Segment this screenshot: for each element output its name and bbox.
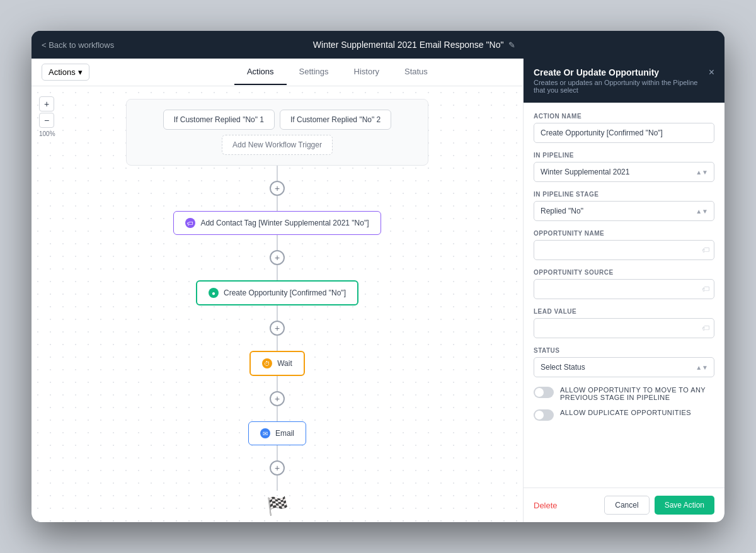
email-action-node[interactable]: ✉ Email xyxy=(248,421,306,445)
status-label: STATUS xyxy=(534,347,714,354)
status-field-group: STATUS Select Status ▲▼ xyxy=(534,347,714,377)
in-pipeline-select-wrapper: Winter Supplemental 2021 ▲▼ xyxy=(534,162,714,182)
zoom-level-label: 100% xyxy=(39,130,55,137)
add-step-button-5[interactable]: + xyxy=(270,460,285,476)
lead-value-label: LEAD VALUE xyxy=(534,308,714,315)
toggle-duplicate-label: ALLOW DUPLICATE OPPORTUNITIES xyxy=(560,409,691,416)
finish-flag: 🏁 xyxy=(266,496,289,516)
connector-2 xyxy=(277,196,278,211)
email-node-icon: ✉ xyxy=(260,428,270,438)
edit-title-icon[interactable]: ✎ xyxy=(508,40,515,50)
tag-node-icon: 🏷 xyxy=(185,218,195,228)
wait-node-icon: ⏱ xyxy=(262,358,272,368)
tag-node-label: Add Contact Tag [Winter Supplemental 202… xyxy=(200,219,369,227)
toggle-duplicate-row: ALLOW DUPLICATE OPPORTUNITIES xyxy=(534,409,714,421)
lead-value-tag-icon: 🏷 xyxy=(702,324,709,333)
tabs-bar: Actions ▾ Actions Settings History Statu… xyxy=(32,59,523,86)
connector-10 xyxy=(277,476,278,491)
opportunity-name-label: OPPORTUNITY NAME xyxy=(534,230,714,237)
opportunity-name-input[interactable] xyxy=(534,240,714,260)
tabs-nav: Actions Settings History Status xyxy=(234,59,440,85)
opportunity-source-label: OPPORTUNITY SOURCE xyxy=(534,269,714,276)
tab-actions[interactable]: Actions xyxy=(234,59,287,85)
add-step-button-3[interactable]: + xyxy=(270,321,285,336)
toggle-previous-stage-row: ALLOW OPPORTUNITY TO MOVE TO ANY PREVIOU… xyxy=(534,386,714,401)
opportunity-source-tag-icon: 🏷 xyxy=(702,285,709,294)
main-area: Actions ▾ Actions Settings History Statu… xyxy=(32,59,724,522)
email-node-label: Email xyxy=(275,429,294,438)
opportunity-node-icon: ● xyxy=(209,288,219,298)
zoom-out-button[interactable]: − xyxy=(39,113,54,128)
opportunity-name-input-wrapper: 🏷 xyxy=(534,240,714,260)
opportunity-node-label: Create Opportunity [Confirmed "No"] xyxy=(224,288,346,297)
toggle-duplicate[interactable] xyxy=(534,409,554,421)
lead-value-input-wrapper: 🏷 xyxy=(534,318,714,338)
status-select[interactable]: Select Status xyxy=(534,357,714,377)
lead-value-field-group: LEAD VALUE 🏷 xyxy=(534,308,714,338)
actions-dropdown-button[interactable]: Actions ▾ xyxy=(42,64,89,81)
trigger-node-2[interactable]: If Customer Replied "No" 2 xyxy=(280,110,391,130)
connector-8 xyxy=(277,406,278,421)
connector-5 xyxy=(277,305,278,321)
opportunity-name-tag-icon: 🏷 xyxy=(702,246,709,254)
opportunity-source-field-group: OPPORTUNITY SOURCE 🏷 xyxy=(534,269,714,299)
action-name-input[interactable] xyxy=(534,123,714,143)
zoom-in-button[interactable]: + xyxy=(39,96,54,111)
action-name-label: ACTION NAME xyxy=(534,113,714,120)
panel-subtitle: Creates or updates an Opportunity within… xyxy=(534,79,709,94)
panel-header: Create Or Update Opportunity Creates or … xyxy=(524,59,724,103)
panel-title: Create Or Update Opportunity xyxy=(534,67,709,77)
opportunity-name-field-group: OPPORTUNITY NAME 🏷 xyxy=(534,230,714,260)
canvas-area: Actions ▾ Actions Settings History Statu… xyxy=(32,59,523,522)
tab-history[interactable]: History xyxy=(341,59,392,85)
connector-4 xyxy=(277,265,278,280)
connector-7 xyxy=(277,376,278,391)
wait-action-node[interactable]: ⏱ Wait xyxy=(249,351,305,376)
in-pipeline-stage-select[interactable]: Replied "No" xyxy=(534,201,714,221)
add-step-button-4[interactable]: + xyxy=(270,391,285,406)
connector-6 xyxy=(277,336,278,351)
tag-action-node[interactable]: 🏷 Add Contact Tag [Winter Supplemental 2… xyxy=(173,211,381,235)
status-select-wrapper: Select Status ▲▼ xyxy=(534,357,714,377)
action-name-field-group: ACTION NAME xyxy=(534,113,714,143)
in-pipeline-field-group: IN PIPELINE Winter Supplemental 2021 ▲▼ xyxy=(534,152,714,182)
opportunity-source-input-wrapper: 🏷 xyxy=(534,279,714,299)
connector-1 xyxy=(277,166,278,181)
cancel-button[interactable]: Cancel xyxy=(604,496,649,515)
in-pipeline-stage-select-wrapper: Replied "No" ▲▼ xyxy=(534,201,714,221)
panel-close-button[interactable]: × xyxy=(709,67,714,77)
add-trigger-button[interactable]: Add New Workflow Trigger xyxy=(222,135,333,155)
trigger-row: If Customer Replied "No" 1 If Customer R… xyxy=(163,110,392,130)
in-pipeline-select[interactable]: Winter Supplemental 2021 xyxy=(534,162,714,182)
in-pipeline-label: IN PIPELINE xyxy=(534,152,714,159)
opportunity-action-node[interactable]: ● Create Opportunity [Confirmed "No"] xyxy=(196,280,358,305)
back-to-workflows-link[interactable]: < Back to workflows xyxy=(42,40,114,50)
in-pipeline-stage-label: IN PIPELINE STAGE xyxy=(534,191,714,198)
tab-status[interactable]: Status xyxy=(392,59,440,85)
opportunity-source-input[interactable] xyxy=(534,279,714,299)
wait-node-label: Wait xyxy=(277,359,292,368)
panel-body: ACTION NAME IN PIPELINE Winter Supplemen… xyxy=(524,103,724,487)
trigger-area: If Customer Replied "No" 1 If Customer R… xyxy=(126,99,428,166)
right-panel: Create Or Update Opportunity Creates or … xyxy=(523,59,724,522)
delete-button[interactable]: Delete xyxy=(534,501,558,510)
in-pipeline-stage-field-group: IN PIPELINE STAGE Replied "No" ▲▼ xyxy=(534,191,714,221)
footer-right-buttons: Cancel Save Action xyxy=(604,496,714,515)
add-step-button-2[interactable]: + xyxy=(270,250,285,265)
zoom-controls: + − 100% xyxy=(39,96,55,137)
tab-settings[interactable]: Settings xyxy=(287,59,341,85)
connector-9 xyxy=(277,445,278,460)
save-action-button[interactable]: Save Action xyxy=(655,496,714,515)
trigger-node-1[interactable]: If Customer Replied "No" 1 xyxy=(163,110,275,130)
connector-3 xyxy=(277,235,278,250)
workflow-nodes: If Customer Replied "No" 1 If Customer R… xyxy=(32,99,523,516)
toggle-previous-stage[interactable] xyxy=(534,387,554,398)
lead-value-input[interactable] xyxy=(534,318,714,338)
canvas-scroll: If Customer Replied "No" 1 If Customer R… xyxy=(32,86,523,522)
toggle-previous-stage-label: ALLOW OPPORTUNITY TO MOVE TO ANY PREVIOU… xyxy=(560,386,714,401)
panel-footer: Delete Cancel Save Action xyxy=(524,487,724,522)
top-bar: < Back to workflows Winter Supplemental … xyxy=(32,31,724,59)
workflow-title: Winter Supplemental 2021 Email Response … xyxy=(114,40,714,50)
add-step-button-1[interactable]: + xyxy=(270,181,285,196)
